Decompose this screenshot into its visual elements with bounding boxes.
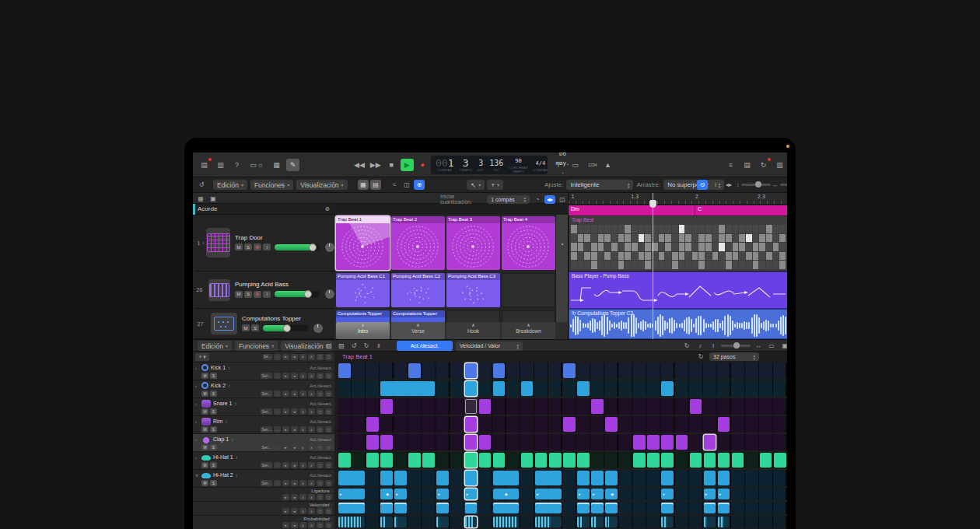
disclosure-icon[interactable]: ›: [195, 384, 199, 388]
chord-region[interactable]: C: [695, 205, 787, 215]
step-cell[interactable]: [394, 471, 407, 485]
scene-play-icon[interactable]: ∧: [446, 322, 500, 328]
row-control-button[interactable]: ∨: [299, 444, 306, 450]
track-m-button[interactable]: M: [242, 324, 250, 331]
row-control-button[interactable]: ◦▸: [291, 444, 298, 450]
header-control-button[interactable]: Se…: [263, 354, 272, 360]
step-cell[interactable]: [338, 471, 365, 485]
row-control-button[interactable]: →: [274, 444, 281, 450]
row-control-button[interactable]: ∧: [308, 444, 315, 450]
row-control-button[interactable]: ∧: [308, 462, 315, 468]
row-control-button[interactable]: →: [274, 426, 281, 433]
audio-region[interactable]: ↻ Computations Topper C3: [569, 309, 787, 339]
row-m-button[interactable]: M: [201, 462, 208, 468]
track-r-button[interactable]: R: [254, 243, 261, 250]
step-cell[interactable]: [591, 489, 604, 499]
step-onoff-toggle[interactable]: Act./desact.: [397, 341, 453, 351]
row-control-button[interactable]: ∨: [299, 480, 306, 486]
list-editors-button[interactable]: ≡: [724, 159, 737, 171]
step-cell[interactable]: [535, 453, 548, 468]
row-control-button[interactable]: ∨: [299, 391, 306, 397]
add-row-button[interactable]: + ▾: [195, 353, 209, 361]
row-control-button[interactable]: ∧: [308, 391, 315, 397]
volume-slider[interactable]: [275, 291, 320, 297]
scene-trigger[interactable]: ∧Verse: [391, 322, 445, 339]
count-in-button[interactable]: 1234: [586, 159, 599, 171]
subrow-control-button[interactable]: ▢: [325, 522, 332, 528]
row-control-button[interactable]: ◂◦: [282, 444, 289, 450]
subrow-control-button[interactable]: ▢: [317, 522, 324, 528]
disclosure-icon[interactable]: ›: [195, 401, 199, 406]
automation-toggle[interactable]: ≈: [389, 180, 400, 190]
lcd-tempo[interactable]: 90 CORCHEAS TEMPO: [509, 156, 527, 173]
step-cell[interactable]: [479, 453, 492, 468]
step-cell[interactable]: [380, 489, 393, 499]
step-cell[interactable]: [408, 453, 421, 468]
stop-button[interactable]: ■: [385, 159, 398, 171]
step-cell[interactable]: [366, 417, 379, 432]
trap-beat-region[interactable]: Trap Beat: [569, 215, 787, 272]
step-cell[interactable]: [493, 503, 520, 513]
step-cell[interactable]: [661, 489, 674, 499]
volume-knob[interactable]: [304, 290, 312, 298]
step-cell[interactable]: [338, 453, 351, 468]
step-cell[interactable]: [535, 503, 562, 513]
step-track-row[interactable]: ›Kick 1↕Act./desact.MSSen…→◂◦◦▸∨∧▢▢: [193, 363, 334, 380]
row-m-button[interactable]: M: [201, 426, 208, 433]
row-control-button[interactable]: Sen…: [261, 426, 272, 433]
vertical-zoom-slider[interactable]: [741, 184, 771, 186]
step-track-row[interactable]: ›Snare 1↕Act./desact.MSSen…→◂◦◦▸∨∧▢▢: [193, 398, 334, 416]
step-cell[interactable]: [718, 453, 730, 468]
step-cell[interactable]: [577, 489, 590, 499]
row-control-button[interactable]: ◂◦: [282, 373, 289, 379]
quick-help-button[interactable]: ?: [230, 159, 243, 171]
row-control-button[interactable]: ◂◦: [282, 391, 289, 397]
step-cell[interactable]: [774, 453, 786, 468]
step-cell[interactable]: [535, 489, 562, 499]
step-cell[interactable]: [521, 381, 534, 396]
chord-track-header[interactable]: Acorde ⚙: [193, 204, 334, 215]
loop-pattern-button[interactable]: ↻: [681, 341, 692, 351]
note-arrows-icon[interactable]: ↕: [231, 437, 233, 442]
step-cell[interactable]: [690, 453, 702, 468]
step-cell[interactable]: [493, 517, 520, 527]
preview-button[interactable]: ♪: [695, 341, 705, 351]
record-button[interactable]: ●: [416, 159, 429, 171]
forward-button[interactable]: ▶▶: [369, 159, 383, 171]
subrow-control-button[interactable]: ◦▸: [291, 494, 298, 500]
subrow-control-button[interactable]: ∧: [308, 494, 315, 500]
loop-cell[interactable]: Trap Beat 1: [336, 216, 390, 270]
row-control-button[interactable]: ▢: [325, 426, 332, 433]
library-button[interactable]: ▤: [198, 159, 211, 171]
header-control-button[interactable]: ◦▸: [291, 354, 298, 360]
row-control-button[interactable]: ▢: [317, 408, 324, 415]
note-arrows-icon[interactable]: ↕: [225, 419, 227, 424]
step-cell[interactable]: [591, 517, 604, 527]
cell-phase-icon[interactable]: ◔: [532, 195, 543, 204]
step-cell[interactable]: [394, 503, 407, 513]
step-cell[interactable]: [718, 503, 730, 513]
subrow-control-button[interactable]: ▢: [325, 508, 332, 514]
step-cell[interactable]: [732, 453, 744, 468]
row-control-button[interactable]: ∨: [299, 426, 306, 433]
step-cell[interactable]: [704, 503, 716, 513]
scene-play-icon[interactable]: ∧: [502, 322, 555, 328]
playhead-marker[interactable]: [649, 200, 656, 208]
row-m-button[interactable]: M: [201, 373, 208, 379]
volume-slider[interactable]: [275, 244, 320, 250]
step-track-row[interactable]: ›Kick 2↕Act./desact.MSSen…→◂◦◦▸∨∧▢▢: [193, 380, 334, 398]
step-cell[interactable]: [661, 471, 674, 485]
apple-loops-button[interactable]: ↻: [757, 159, 770, 171]
track-s-button[interactable]: S: [244, 291, 252, 298]
header-control-button[interactable]: ∧: [308, 354, 315, 360]
step-cell[interactable]: [633, 435, 646, 450]
row-s-button[interactable]: S: [210, 480, 217, 486]
row-control-button[interactable]: ◦▸: [291, 408, 298, 415]
step-cell[interactable]: [465, 517, 478, 527]
grid-mode-button[interactable]: ▦: [195, 194, 206, 204]
row-control-button[interactable]: ▢: [317, 373, 324, 379]
step-cell[interactable]: [577, 503, 590, 513]
step-cell[interactable]: [521, 453, 534, 468]
subrow-control-button[interactable]: ◦▸: [291, 522, 298, 528]
step-cell[interactable]: [577, 453, 590, 468]
